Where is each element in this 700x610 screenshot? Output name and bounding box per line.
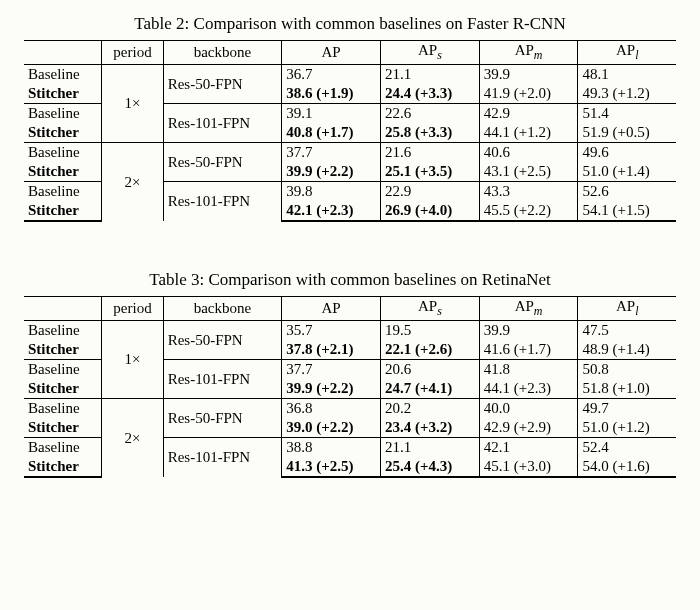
table-caption: Table 3: Comparison with common baseline… <box>24 270 676 290</box>
value-cell: 25.4 (+4.3) <box>380 457 479 477</box>
method-label: Stitcher <box>24 457 102 477</box>
method-label: Baseline <box>24 360 102 380</box>
data-table: periodbackboneAPAPsAPmAPlBaseline1×Res-5… <box>24 296 676 478</box>
col-apm: APm <box>479 297 578 321</box>
value-cell: 52.6 <box>578 182 676 202</box>
period-cell: 2× <box>102 143 163 222</box>
value-cell: 47.5 <box>578 321 676 341</box>
value-cell: 49.3 (+1.2) <box>578 84 676 104</box>
backbone-cell: Res-101-FPN <box>163 104 282 143</box>
value-cell: 52.4 <box>578 438 676 458</box>
value-cell: 51.0 (+1.4) <box>578 162 676 182</box>
col-backbone: backbone <box>163 297 282 321</box>
value-cell: 40.0 <box>479 399 578 419</box>
value-cell: 38.6 (+1.9) <box>282 84 381 104</box>
method-label: Stitcher <box>24 418 102 438</box>
value-cell: 39.1 <box>282 104 381 124</box>
value-cell: 40.6 <box>479 143 578 163</box>
value-cell: 54.1 (+1.5) <box>578 201 676 221</box>
value-cell: 45.1 (+3.0) <box>479 457 578 477</box>
value-cell: 41.6 (+1.7) <box>479 340 578 360</box>
value-cell: 21.1 <box>380 438 479 458</box>
value-cell: 51.8 (+1.0) <box>578 379 676 399</box>
value-cell: 39.8 <box>282 182 381 202</box>
value-cell: 44.1 (+2.3) <box>479 379 578 399</box>
col-method <box>24 41 102 65</box>
value-cell: 36.8 <box>282 399 381 419</box>
value-cell: 41.3 (+2.5) <box>282 457 381 477</box>
table-block-0: Table 2: Comparison with common baseline… <box>24 14 676 222</box>
value-cell: 42.1 (+2.3) <box>282 201 381 221</box>
value-cell: 41.8 <box>479 360 578 380</box>
col-aps: APs <box>380 41 479 65</box>
value-cell: 22.6 <box>380 104 479 124</box>
value-cell: 21.6 <box>380 143 479 163</box>
value-cell: 21.1 <box>380 65 479 85</box>
value-cell: 25.8 (+3.3) <box>380 123 479 143</box>
value-cell: 41.9 (+2.0) <box>479 84 578 104</box>
col-apl: APl <box>578 41 676 65</box>
value-cell: 39.9 <box>479 65 578 85</box>
value-cell: 37.7 <box>282 143 381 163</box>
value-cell: 51.9 (+0.5) <box>578 123 676 143</box>
value-cell: 42.9 <box>479 104 578 124</box>
period-cell: 2× <box>102 399 163 478</box>
backbone-cell: Res-50-FPN <box>163 143 282 182</box>
value-cell: 22.1 (+2.6) <box>380 340 479 360</box>
value-cell: 37.8 (+2.1) <box>282 340 381 360</box>
method-label: Stitcher <box>24 340 102 360</box>
backbone-cell: Res-50-FPN <box>163 65 282 104</box>
col-aps: APs <box>380 297 479 321</box>
method-label: Stitcher <box>24 123 102 143</box>
backbone-cell: Res-101-FPN <box>163 182 282 222</box>
method-label: Baseline <box>24 182 102 202</box>
value-cell: 40.8 (+1.7) <box>282 123 381 143</box>
col-period: period <box>102 41 163 65</box>
value-cell: 35.7 <box>282 321 381 341</box>
value-cell: 54.0 (+1.6) <box>578 457 676 477</box>
method-label: Stitcher <box>24 379 102 399</box>
value-cell: 36.7 <box>282 65 381 85</box>
value-cell: 23.4 (+3.2) <box>380 418 479 438</box>
value-cell: 22.9 <box>380 182 479 202</box>
value-cell: 25.1 (+3.5) <box>380 162 479 182</box>
data-table: periodbackboneAPAPsAPmAPlBaseline1×Res-5… <box>24 40 676 222</box>
value-cell: 39.9 <box>479 321 578 341</box>
col-ap: AP <box>282 297 381 321</box>
backbone-cell: Res-101-FPN <box>163 438 282 478</box>
value-cell: 48.9 (+1.4) <box>578 340 676 360</box>
col-period: period <box>102 297 163 321</box>
backbone-cell: Res-101-FPN <box>163 360 282 399</box>
value-cell: 37.7 <box>282 360 381 380</box>
value-cell: 43.1 (+2.5) <box>479 162 578 182</box>
value-cell: 39.0 (+2.2) <box>282 418 381 438</box>
value-cell: 51.4 <box>578 104 676 124</box>
value-cell: 43.3 <box>479 182 578 202</box>
method-label: Baseline <box>24 438 102 458</box>
period-cell: 1× <box>102 65 163 143</box>
period-cell: 1× <box>102 321 163 399</box>
value-cell: 19.5 <box>380 321 479 341</box>
method-label: Baseline <box>24 65 102 85</box>
value-cell: 26.9 (+4.0) <box>380 201 479 221</box>
col-backbone: backbone <box>163 41 282 65</box>
method-label: Stitcher <box>24 162 102 182</box>
col-method <box>24 297 102 321</box>
value-cell: 24.7 (+4.1) <box>380 379 479 399</box>
value-cell: 51.0 (+1.2) <box>578 418 676 438</box>
value-cell: 42.1 <box>479 438 578 458</box>
col-ap: AP <box>282 41 381 65</box>
value-cell: 20.2 <box>380 399 479 419</box>
value-cell: 49.6 <box>578 143 676 163</box>
method-label: Baseline <box>24 104 102 124</box>
table-caption: Table 2: Comparison with common baseline… <box>24 14 676 34</box>
backbone-cell: Res-50-FPN <box>163 321 282 360</box>
value-cell: 42.9 (+2.9) <box>479 418 578 438</box>
value-cell: 48.1 <box>578 65 676 85</box>
method-label: Baseline <box>24 143 102 163</box>
col-apm: APm <box>479 41 578 65</box>
value-cell: 45.5 (+2.2) <box>479 201 578 221</box>
col-apl: APl <box>578 297 676 321</box>
value-cell: 44.1 (+1.2) <box>479 123 578 143</box>
value-cell: 20.6 <box>380 360 479 380</box>
